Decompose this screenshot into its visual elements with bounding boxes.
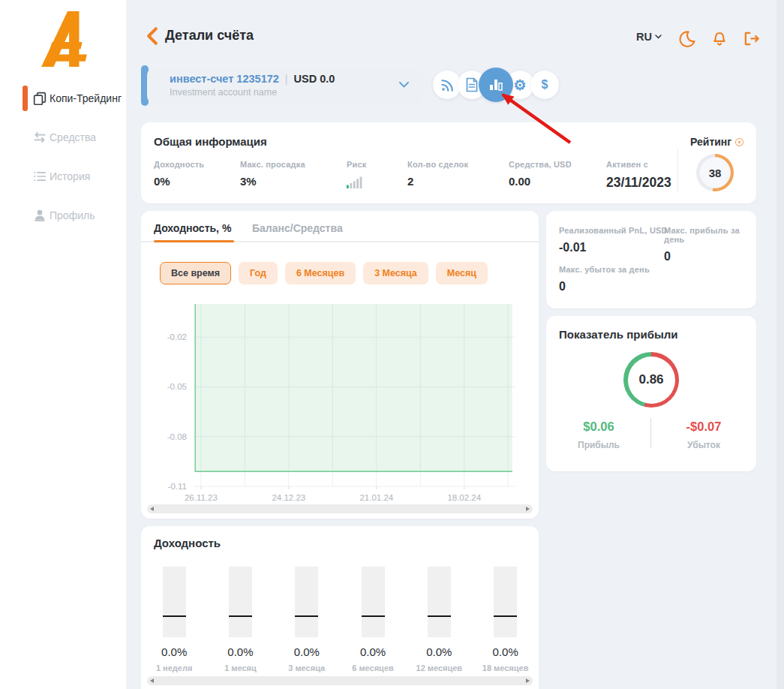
horizontal-scrollbar[interactable] xyxy=(147,676,533,685)
language-code: RU xyxy=(636,31,652,43)
rss-icon xyxy=(440,78,455,92)
filter-all-time[interactable]: Все время xyxy=(160,262,231,284)
stat-label: Риск xyxy=(347,160,367,169)
realized-pnl: Реализованный PnL, USD -0.01 xyxy=(559,226,668,254)
stat-value: 2 xyxy=(407,175,468,188)
logout-icon[interactable] xyxy=(742,29,761,49)
rating-label-text: Рейтинг xyxy=(690,136,731,148)
performance-card: Доходность, % Баланс/Средства Все время … xyxy=(141,211,539,519)
bell-icon[interactable] xyxy=(710,29,729,49)
sidebar: Копи-Трейдинг Средства История xyxy=(0,0,126,689)
tab-return[interactable]: Доходность, % xyxy=(154,222,231,234)
moon-icon[interactable] xyxy=(677,29,697,49)
tab-balance-funds[interactable]: Баланс/Средства xyxy=(252,222,343,234)
stat-funds: Средства, USD 0.00 xyxy=(509,160,572,188)
return-bar-column: 0.0%1 месяц xyxy=(207,567,273,672)
card-title: Доходность xyxy=(154,537,221,549)
sidebar-item-history[interactable]: История xyxy=(0,163,126,190)
stat-value: -0.01 xyxy=(559,241,668,254)
chevron-down-icon xyxy=(399,82,409,88)
returns-card: Доходность 0.0%1 неделя0.0%1 месяц0.0%3 … xyxy=(141,526,539,689)
stat-value: 0% xyxy=(154,175,204,188)
return-period-label: 3 месяца xyxy=(288,663,325,672)
stat-value: 0.00 xyxy=(509,175,572,188)
scroll-right-icon[interactable] xyxy=(526,678,530,683)
window-scrollbar[interactable] xyxy=(776,0,784,689)
scroll-right-icon[interactable] xyxy=(526,507,530,511)
stat-value: 3% xyxy=(240,175,305,188)
sidebar-item-label: Средства xyxy=(50,131,96,143)
return-value: 0.0% xyxy=(426,645,452,658)
loss-column: -$0.07 Убыток xyxy=(651,420,756,450)
card-title: Общая информация xyxy=(154,135,267,148)
svg-text:-0.02: -0.02 xyxy=(167,332,187,341)
returns-bar-chart: 0.0%1 неделя0.0%1 месяц0.0%3 месяца0.0%6… xyxy=(141,567,539,672)
stat-label: Реализованный PnL, USD xyxy=(559,226,668,235)
stat-value: 0 xyxy=(559,280,650,293)
brand-logo-icon xyxy=(39,11,93,67)
stat-label: Доходность xyxy=(154,160,204,169)
filter-3-months[interactable]: 3 Месяца xyxy=(363,262,428,284)
return-period-label: 18 месяцев xyxy=(482,663,529,672)
sidebar-item-label: Копи-Трейдинг xyxy=(50,92,122,104)
back-button[interactable] xyxy=(144,26,161,46)
transfer-icon xyxy=(33,131,47,144)
stat-label: Средства, USD xyxy=(509,160,572,169)
horizontal-scrollbar[interactable] xyxy=(147,504,533,513)
return-value: 0.0% xyxy=(493,645,518,658)
sidebar-item-funds[interactable]: Средства xyxy=(0,124,126,151)
zero-line xyxy=(229,615,252,617)
return-period-label: 1 месяц xyxy=(224,663,257,672)
loss-caption: Убыток xyxy=(651,440,756,450)
svg-text:21.01.24: 21.01.24 xyxy=(359,493,393,502)
max-daily-profit: Макс. прибыль за день 0 xyxy=(664,226,756,263)
stat-value: 0 xyxy=(664,250,756,263)
account-selector[interactable]: инвест-счет 1235172 | USD 0.0 Investment… xyxy=(147,68,423,104)
svg-text:-0.05: -0.05 xyxy=(167,382,187,391)
divider xyxy=(650,418,651,448)
return-area-chart: -0.02-0.05-0.08-0.1126.11.2324.12.2321.0… xyxy=(147,295,533,507)
filter-year[interactable]: Год xyxy=(239,262,278,284)
copy-icon xyxy=(33,92,47,105)
info-icon[interactable] xyxy=(735,138,743,146)
return-period-label: 6 месяцев xyxy=(352,663,393,672)
scroll-left-icon[interactable] xyxy=(150,507,154,511)
sidebar-item-profile[interactable]: Профиль xyxy=(0,202,126,229)
return-period-label: 12 месяцев xyxy=(416,663,463,672)
stat-return: Доходность 0% xyxy=(154,160,204,188)
pnl-card: Реализованный PnL, USD -0.01 Макс. прибы… xyxy=(546,211,756,308)
svg-text:-0.08: -0.08 xyxy=(167,432,187,441)
filter-month[interactable]: Месяц xyxy=(436,262,488,284)
profit-factor-value: 0.86 xyxy=(628,357,675,404)
svg-text:24.12.23: 24.12.23 xyxy=(272,493,305,502)
scroll-left-icon[interactable] xyxy=(150,678,154,683)
language-selector[interactable]: RU xyxy=(636,31,662,43)
zero-line xyxy=(494,615,517,617)
stat-trades-count: Кол-во сделок 2 xyxy=(407,160,468,188)
sidebar-item-copy-trading[interactable]: Копи-Трейдинг xyxy=(0,85,126,112)
stat-label: Макс. прибыль за день xyxy=(664,226,756,244)
period-filters: Все время Год 6 Месяцев 3 Месяца Месяц xyxy=(160,262,488,284)
return-bar xyxy=(295,567,318,637)
stat-label: Макс. убыток за день xyxy=(559,265,650,274)
chart-tabs: Доходность, % Баланс/Средства xyxy=(141,222,539,242)
statistics-button[interactable] xyxy=(479,68,513,102)
return-bar xyxy=(362,567,385,637)
profit-loss-row: $0.06 Прибыль -$0.07 Убыток xyxy=(546,420,756,450)
sidebar-nav: Копи-Трейдинг Средства История xyxy=(0,85,126,241)
return-bar-column: 0.0%12 месяцев xyxy=(406,567,472,672)
return-bar xyxy=(229,567,252,637)
zero-line xyxy=(163,615,186,617)
sidebar-item-label: История xyxy=(50,170,90,182)
return-bar xyxy=(428,567,451,637)
profit-column: $0.06 Прибыль xyxy=(546,420,651,450)
page-title: Детали счёта xyxy=(165,28,254,44)
return-period-label: 1 неделя xyxy=(156,663,192,672)
svg-text:-0.11: -0.11 xyxy=(168,482,187,491)
return-bar-column: 0.0%18 месяцев xyxy=(472,567,538,672)
document-icon xyxy=(465,77,479,92)
rating-label: Рейтинг xyxy=(690,136,743,148)
sidebar-item-label: Профиль xyxy=(50,209,95,221)
deposit-button[interactable]: $ xyxy=(530,71,559,99)
filter-6-months[interactable]: 6 Месяцев xyxy=(285,262,356,284)
